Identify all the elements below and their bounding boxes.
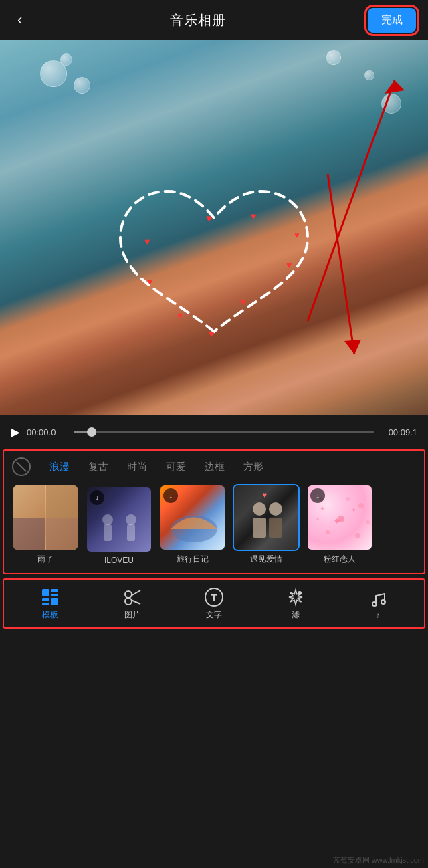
template-thumb-iloveu: ↓ (86, 486, 152, 553)
watermark: 蓝莓安卓网 www.lmkjst.com (333, 855, 424, 865)
progress-thumb[interactable] (87, 427, 96, 437)
svg-rect-19 (253, 518, 266, 538)
toolbar-label-picture: 图片 (124, 609, 140, 621)
svg-text:♥: ♥ (262, 490, 267, 500)
svg-point-16 (126, 514, 136, 525)
svg-line-43 (131, 600, 140, 604)
svg-text:♥: ♥ (286, 259, 292, 270)
download-icon: ↓ (95, 493, 99, 502)
svg-text:♥: ♥ (294, 230, 300, 240)
music-icon (368, 589, 387, 608)
svg-text:✦: ✦ (351, 506, 356, 514)
time-total: 00:09.1 (381, 427, 417, 437)
svg-text:✦: ✦ (333, 516, 341, 526)
template-label-pink: 粉红恋人 (324, 554, 356, 565)
svg-point-27 (355, 533, 360, 538)
download-badge: ↓ (163, 488, 178, 503)
heart-animation: ♥ ♥ ♥ ♥ ♥ ♥ ♥ ♥ ♥ (107, 171, 321, 358)
template-label-iloveu: ILOVEU (104, 556, 134, 565)
filter-tab-fashion[interactable]: 时尚 (118, 459, 156, 475)
template-item-travel[interactable]: ↓ 旅行日记 (159, 484, 226, 565)
toolbar-item-music[interactable]: ♪ (368, 589, 387, 620)
svg-point-30 (366, 520, 370, 524)
template-thumb-love: ♥ (233, 484, 300, 551)
svg-point-41 (125, 598, 132, 605)
play-button[interactable]: ▶ (11, 425, 20, 439)
filter-tab-frame[interactable]: 边框 (195, 459, 234, 475)
svg-rect-21 (269, 518, 282, 538)
template-thumb-yuile (12, 484, 79, 551)
svg-rect-36 (51, 594, 58, 596)
template-item-pink[interactable]: ✦ ✦ ✦ ↓ 粉红恋人 (306, 484, 373, 565)
done-button[interactable]: 完成 (368, 8, 416, 33)
svg-line-42 (131, 590, 140, 596)
template-list: 雨了 ↓ ILOVEU (4, 481, 424, 573)
svg-point-20 (269, 502, 282, 516)
no-filter-button[interactable] (12, 457, 31, 476)
svg-rect-38 (42, 603, 49, 605)
toolbar-label-music: ♪ (376, 611, 380, 620)
love-thumb-art: ♥ (234, 485, 300, 551)
video-background: ♥ ♥ ♥ ♥ ♥ ♥ ♥ ♥ ♥ (0, 40, 428, 415)
toolbar-item-filter[interactable]: 滤 (286, 588, 305, 621)
bubble-decoration (326, 50, 341, 65)
svg-point-24 (358, 503, 364, 508)
toolbar-item-picture[interactable]: 图片 (123, 588, 142, 621)
svg-point-26 (326, 530, 330, 534)
template-thumb-pink: ✦ ✦ ✦ ↓ (306, 484, 373, 551)
svg-point-14 (102, 514, 113, 525)
progress-bar[interactable] (74, 431, 374, 433)
svg-text:♥: ♥ (241, 297, 246, 307)
svg-point-29 (316, 518, 319, 520)
header: ‹ 音乐相册 完成 (0, 0, 428, 40)
svg-text:♥: ♥ (147, 276, 152, 287)
svg-point-44 (298, 591, 302, 595)
download-icon: ↓ (169, 491, 173, 500)
svg-text:♥: ♥ (209, 328, 214, 339)
filter-tab-square[interactable]: 方形 (234, 459, 273, 475)
svg-rect-34 (42, 589, 49, 596)
template-panel: 浪漫 复古 时尚 可爱 边框 方形 雨了 (3, 449, 425, 574)
svg-rect-15 (127, 524, 135, 541)
svg-rect-39 (51, 598, 58, 605)
template-icon (41, 588, 60, 607)
scissors-icon (123, 588, 142, 607)
toolbar-item-text[interactable]: T 文字 (205, 588, 223, 621)
playback-controls: ▶ 00:00.0 00:09.1 (0, 415, 428, 449)
bubble-decoration (364, 70, 374, 80)
bottom-toolbar: 模板 图片 T 文字 滤 ♪ (3, 578, 425, 629)
template-thumb-travel: ↓ (159, 484, 226, 551)
toolbar-item-template[interactable]: 模板 (41, 588, 60, 621)
page-title: 音乐相册 (170, 11, 226, 29)
filter-star-icon (286, 588, 305, 607)
filter-tab-romantic[interactable]: 浪漫 (40, 459, 79, 475)
svg-text:♥: ♥ (206, 213, 213, 224)
time-current: 00:00.0 (27, 427, 67, 437)
svg-point-40 (125, 591, 132, 598)
svg-text:♥: ♥ (144, 236, 150, 247)
toolbar-label-filter: 滤 (292, 609, 300, 621)
bubble-decoration (74, 77, 90, 94)
toolbar-label-template: 模板 (42, 609, 58, 621)
svg-point-45 (372, 602, 377, 606)
filter-tab-vintage[interactable]: 复古 (79, 459, 118, 475)
no-filter-icon (16, 461, 27, 472)
svg-rect-35 (51, 589, 58, 592)
bubble-decoration (381, 94, 401, 114)
svg-point-18 (253, 502, 266, 516)
template-label-yuile: 雨了 (37, 554, 54, 565)
template-item-love[interactable]: ♥ 遇见爱情 (233, 484, 300, 565)
template-label-travel: 旅行日记 (177, 554, 209, 565)
svg-text:♥: ♥ (251, 211, 256, 221)
video-preview: ♥ ♥ ♥ ♥ ♥ ♥ ♥ ♥ ♥ (0, 40, 428, 415)
filter-tab-cute[interactable]: 可爱 (156, 459, 195, 475)
back-button[interactable]: ‹ (12, 9, 27, 31)
svg-text:♥: ♥ (177, 310, 183, 320)
bubble-decoration (60, 53, 72, 66)
toolbar-label-text: 文字 (206, 609, 222, 621)
svg-rect-13 (104, 524, 112, 541)
filter-tab-bar: 浪漫 复古 时尚 可爱 边框 方形 (4, 451, 424, 481)
template-item-iloveu[interactable]: ↓ ILOVEU (86, 486, 152, 565)
svg-rect-37 (42, 598, 49, 601)
template-item-yuile[interactable]: 雨了 (12, 484, 79, 565)
